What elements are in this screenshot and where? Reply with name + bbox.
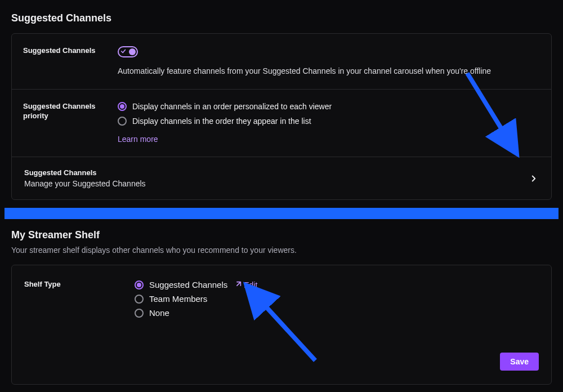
manage-row-subtitle: Manage your Suggested Channels <box>24 179 146 188</box>
shelf-option-suggested[interactable]: Suggested Channels Edit <box>135 280 257 289</box>
edit-link[interactable]: Edit <box>234 280 257 289</box>
streamer-shelf-card: Shelf Type Suggested Channels Edit Team … <box>11 265 552 385</box>
highlight-bar <box>5 208 558 219</box>
learn-more-link[interactable]: Learn more <box>118 135 158 144</box>
streamer-shelf-subtitle: Your streamer shelf displays other chann… <box>11 246 552 265</box>
priority-label: Suggested Channels priority <box>23 102 118 121</box>
radio-icon <box>135 280 144 289</box>
shelf-type-row: Shelf Type Suggested Channels Edit Team … <box>12 265 551 328</box>
manage-row-title: Suggested Channels <box>24 168 146 177</box>
shelf-type-label: Shelf Type <box>24 280 135 288</box>
edit-link-label: Edit <box>244 280 257 289</box>
suggested-channels-toggle-label: Suggested Channels <box>23 46 118 56</box>
shelf-option-label: Suggested Channels <box>149 280 227 289</box>
radio-icon <box>135 295 144 304</box>
section-title-suggested-channels: Suggested Channels <box>5 5 558 33</box>
shelf-option-label: Team Members <box>149 294 207 304</box>
priority-option-personalized[interactable]: Display channels in an order personalize… <box>118 102 540 111</box>
suggested-channels-priority-row: Suggested Channels priority Display chan… <box>12 90 551 157</box>
priority-option-list-order[interactable]: Display channels in the order they appea… <box>118 117 540 126</box>
radio-icon <box>135 309 144 318</box>
priority-option-label: Display channels in an order personalize… <box>132 102 332 111</box>
check-icon <box>120 48 126 54</box>
shelf-option-none[interactable]: None <box>135 308 257 318</box>
external-link-icon <box>234 281 242 288</box>
save-button[interactable]: Save <box>500 353 539 371</box>
settings-page: Suggested Channels Suggested Channels Au… <box>0 0 563 385</box>
suggested-channels-toggle[interactable] <box>118 46 138 57</box>
section-title-streamer-shelf: My Streamer Shelf <box>11 226 552 246</box>
suggested-channels-toggle-description: Automatically feature channels from your… <box>118 65 540 77</box>
radio-icon <box>118 117 127 126</box>
toggle-knob <box>129 48 136 55</box>
suggested-channels-card: Suggested Channels Automatically feature… <box>11 33 552 200</box>
shelf-option-team[interactable]: Team Members <box>135 294 257 304</box>
manage-suggested-channels-row[interactable]: Suggested Channels Manage your Suggested… <box>12 157 551 199</box>
priority-option-label: Display channels in the order they appea… <box>132 117 311 126</box>
chevron-right-icon <box>529 173 539 184</box>
radio-icon <box>118 102 127 111</box>
suggested-channels-toggle-row: Suggested Channels Automatically feature… <box>12 34 551 90</box>
shelf-option-label: None <box>149 308 169 318</box>
